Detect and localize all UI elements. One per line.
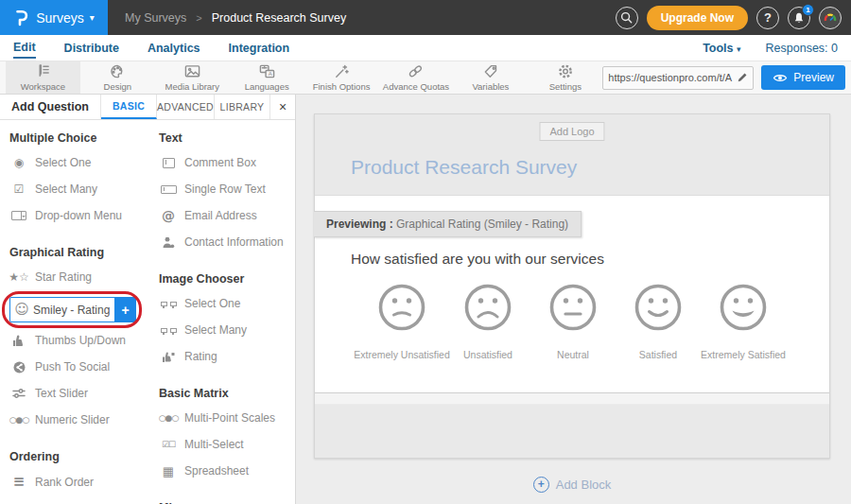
qtype-push-to-social[interactable]: Push To Social <box>9 360 159 374</box>
toolbar-settings[interactable]: Settings <box>528 61 602 94</box>
breadcrumb: My Surveys > Product Research Survey <box>125 11 346 25</box>
question-types: Multiple Choice ◉ Select One ☑ Select Ma… <box>0 120 295 504</box>
question-preview-card: Previewing : Graphical Rating (Smiley - … <box>315 195 829 393</box>
section-ordering: Ordering <box>9 450 159 463</box>
survey-canvas: Add Logo Product Research Survey Preview… <box>296 95 851 504</box>
edit-toolbar: Workspace Design Media Library A Languag… <box>0 61 851 95</box>
toolbar-design[interactable]: Design <box>80 61 155 94</box>
tag-icon <box>482 63 499 79</box>
tab-basic[interactable]: BASIC <box>101 95 157 119</box>
thumbs-up-icon <box>9 335 28 347</box>
help-icon: ? <box>764 10 772 25</box>
qtype-multi-point-scales[interactable]: ○●○ Multi-Point Scales <box>159 411 286 425</box>
survey-url-field[interactable] <box>602 66 754 90</box>
add-block-button[interactable]: + Add Block <box>314 477 830 493</box>
slider-icon <box>9 388 28 399</box>
account-avatar[interactable] <box>819 7 842 29</box>
gauge-icon <box>823 10 838 26</box>
toolbar-finish-options[interactable]: Finish Options <box>304 61 379 94</box>
image-icon <box>183 63 201 79</box>
smiley-option-extremely-unsatisfied[interactable]: Extremely Unsatisfied <box>358 283 445 360</box>
smiley-face-icon <box>463 283 512 332</box>
add-logo-button[interactable]: Add Logo <box>539 122 604 141</box>
survey-title[interactable]: Product Research Survey <box>351 156 577 179</box>
tab-advanced[interactable]: ADVANCED <box>157 95 215 119</box>
qtype-multi-select[interactable]: ☑☐ Multi-Select <box>159 438 286 451</box>
qtype-rank-order[interactable]: ≡ Rank Order <box>9 475 159 489</box>
add-question-panel: Add Question BASIC ADVANCED LIBRARY × Mu… <box>0 95 296 504</box>
toolbar-advance-quotas[interactable]: Advance Quotas <box>379 61 454 94</box>
smiley-option-unsatisfied[interactable]: Unsatisfied <box>445 283 530 360</box>
smiley-face-icon <box>719 283 768 332</box>
question-text[interactable]: How satisfied are you with our services <box>351 251 604 268</box>
add-question-label: Add Question <box>0 95 101 119</box>
breadcrumb-separator-icon: > <box>196 12 201 24</box>
close-panel-button[interactable]: × <box>270 95 295 119</box>
help-button[interactable]: ? <box>756 7 779 29</box>
qtype-email-address[interactable]: @ Email Address <box>159 209 286 222</box>
upgrade-now-button[interactable]: Upgrade Now <box>647 6 748 30</box>
qtype-contact-information[interactable]: Contact Information <box>159 235 286 249</box>
qtype-image-select-one[interactable]: Select One <box>159 297 286 310</box>
section-text: Text <box>159 131 286 145</box>
qtype-spreadsheet[interactable]: ▦ Spreadsheet <box>159 464 286 478</box>
translate-icon: A <box>258 63 276 79</box>
toolbar-media-library[interactable]: Media Library <box>155 61 230 94</box>
questionpro-logo-icon <box>13 9 30 27</box>
nav-tab-integration[interactable]: Integration <box>229 38 290 58</box>
qtype-dropdown-menu[interactable]: Drop-down Menu <box>9 209 159 222</box>
qtype-image-rating[interactable]: Rating <box>159 350 286 363</box>
smiley-face-icon <box>548 283 598 332</box>
spreadsheet-grid-icon: ▦ <box>159 465 178 478</box>
qtype-comment-box[interactable]: Comment Box <box>159 156 286 169</box>
qtype-smiley-rating[interactable]: ☺ Smiley - Rating + <box>9 297 136 322</box>
breadcrumb-my-surveys[interactable]: My Surveys <box>125 11 186 25</box>
qtype-numeric-slider[interactable]: ○●○ Numeric Slider <box>9 413 159 426</box>
question-types-column-2: Text Comment Box Single Row Text @ Email… <box>159 131 286 504</box>
product-switcher[interactable]: Surveys ▾ <box>0 0 108 35</box>
notifications-button[interactable]: 1 <box>788 7 810 29</box>
image-screens-icon <box>159 302 178 306</box>
chain-links-icon <box>407 63 425 79</box>
person-icon <box>159 236 178 249</box>
toolbar-languages[interactable]: A Languages <box>230 61 304 94</box>
tools-menu[interactable]: Tools ▾ <box>703 42 740 55</box>
qtype-smiley-rating-highlighted: ☺ Smiley - Rating + <box>9 297 136 322</box>
toolbar-workspace[interactable]: Workspace <box>6 61 80 94</box>
section-image-chooser: Image Chooser <box>159 272 286 286</box>
survey-block: Add Logo Product Research Survey Preview… <box>314 113 830 459</box>
smiley-face-icon <box>634 283 683 332</box>
qtype-single-row-text[interactable]: Single Row Text <box>159 182 286 196</box>
rank-order-icon: ≡ <box>9 475 28 489</box>
at-sign-icon: @ <box>159 209 178 222</box>
qtype-text-slider[interactable]: Text Slider <box>9 387 159 400</box>
search-button[interactable] <box>616 7 638 29</box>
preview-button[interactable]: Preview <box>761 65 845 90</box>
qtype-select-many[interactable]: ☑ Select Many <box>9 182 159 196</box>
survey-header-section[interactable]: Add Logo Product Research Survey <box>315 114 829 195</box>
nav-right-group: Tools ▾ Responses: 0 <box>703 42 838 55</box>
qtype-image-select-many[interactable]: Select Many <box>159 323 286 337</box>
nav-tab-distribute[interactable]: Distribute <box>64 38 119 58</box>
gear-icon <box>557 63 574 79</box>
smiley-scale: Extremely Unsatisfied Unsatisfied <box>358 283 786 360</box>
add-smiley-rating-button[interactable]: + <box>114 297 136 322</box>
previewing-tab: Previewing : Graphical Rating (Smiley - … <box>314 211 582 237</box>
smiley-option-extremely-satisfied[interactable]: Extremely Satisfied <box>701 283 786 360</box>
palette-icon <box>109 63 126 79</box>
smiley-option-neutral[interactable]: Neutral <box>530 283 616 360</box>
search-icon <box>619 10 634 25</box>
nav-tab-edit[interactable]: Edit <box>13 37 36 59</box>
survey-url-input[interactable] <box>608 72 737 83</box>
qtype-star-rating[interactable]: ★☆ Star Rating <box>9 270 159 284</box>
qtype-select-one[interactable]: ◉ Select One <box>9 156 159 169</box>
tab-library[interactable]: LIBRARY <box>215 95 270 119</box>
edit-pencil-icon[interactable] <box>737 72 748 83</box>
smiley-option-satisfied[interactable]: Satisfied <box>616 283 701 360</box>
block-footer-area[interactable] <box>315 393 829 458</box>
workspace-icon <box>34 63 52 79</box>
toolbar-variables[interactable]: Variables <box>453 61 528 94</box>
checkbox-icon: ☑ <box>9 183 28 195</box>
qtype-thumbs-up-down[interactable]: Thumbs Up/Down <box>9 334 159 347</box>
nav-tab-analytics[interactable]: Analytics <box>148 38 200 58</box>
